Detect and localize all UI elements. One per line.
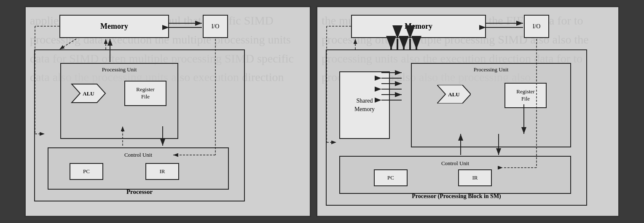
pc-label: PC	[83, 168, 90, 175]
diagram1: applies the multiplied often mul that sp…	[24, 6, 311, 217]
ir-box: IR	[145, 163, 179, 180]
alu-shape-2: ALU	[437, 85, 471, 103]
ir-box-2: IR	[458, 169, 492, 186]
shared-memory-label: SharedMemory	[354, 97, 375, 113]
register-file-box: RegisterFile	[124, 81, 166, 106]
svg-line-5	[59, 39, 76, 49]
processor-label: Processor	[35, 188, 244, 196]
alu-container-2: ALU	[437, 85, 475, 106]
register-file-label: RegisterFile	[136, 86, 154, 101]
processor-label-2: Processor (Processing Block in SM)	[327, 193, 586, 200]
control-unit-box-2: Control Unit PC IR	[339, 156, 571, 194]
control-unit-label-2: Control Unit	[340, 160, 570, 167]
pc-label-2: PC	[387, 174, 394, 181]
diagram2-content: Memory I/O SharedMemory Processing Unit	[317, 7, 618, 216]
memory-box: Memory	[59, 15, 169, 38]
memory-label: Memory	[100, 22, 128, 31]
pc-box: PC	[70, 163, 103, 180]
control-unit-label: Control Unit	[48, 152, 228, 158]
shared-memory-box: SharedMemory	[339, 71, 390, 139]
diagram2: the multiprocessors SIMD specific the FI…	[316, 6, 620, 217]
processing-unit-label: Processing Unit	[61, 66, 177, 73]
register-file-label-2: RegisterFile	[516, 88, 534, 103]
alu-shape: ALU	[72, 84, 105, 103]
diagram1-content: Memory I/O Processing Unit ALU	[26, 7, 310, 216]
register-file-box-2: RegisterFile	[504, 83, 547, 108]
alu-container: ALU	[70, 83, 107, 104]
ir-label: IR	[160, 168, 165, 175]
processor-box-2: SharedMemory Processing Unit ALU	[326, 49, 587, 206]
io-box: I/O	[203, 15, 228, 38]
processing-unit-box-2: Processing Unit ALU RegisterFile	[411, 63, 571, 147]
ir-label-2: IR	[472, 174, 478, 181]
memory-box-2: Memory	[351, 15, 486, 38]
processing-unit-label-2: Processing Unit	[412, 66, 570, 73]
processing-unit-box: Processing Unit ALU RegisterFile	[60, 63, 178, 139]
svg-text:ALU: ALU	[448, 91, 460, 98]
alu-text: ALU	[83, 90, 94, 97]
io-box-2: I/O	[524, 15, 549, 38]
io-label: I/O	[212, 23, 220, 30]
memory-label-2: Memory	[405, 22, 432, 31]
control-unit-box: Control Unit PC IR	[48, 147, 229, 190]
processor-box: Processing Unit ALU RegisterFile	[34, 49, 245, 201]
pc-box-2: PC	[374, 169, 408, 186]
io-label-2: I/O	[533, 23, 541, 30]
